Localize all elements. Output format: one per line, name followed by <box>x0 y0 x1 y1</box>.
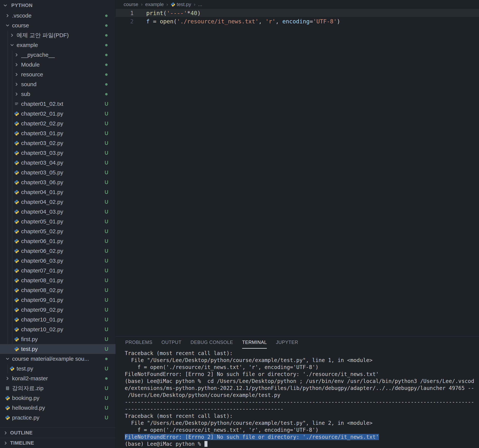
tree-item-label: __pycache__ <box>21 52 103 58</box>
tree-item-first.py[interactable]: first.pyU <box>0 334 115 344</box>
tree-item-chapter02_01.py[interactable]: chapter02_01.pyU <box>0 109 115 119</box>
tree-item-chapter03_05.py[interactable]: chapter03_05.pyU <box>0 168 115 177</box>
tree-item-korail2-master[interactable]: korail2-master <box>0 373 115 383</box>
tree-item-label: test.py <box>21 346 102 352</box>
tree-item-chapter03_06.py[interactable]: chapter03_06.pyU <box>0 177 115 187</box>
code-line-2[interactable]: 2f = open('./resource/it_news.txt', 'r',… <box>116 17 479 26</box>
panel-tab-jupyter[interactable]: JUPYTER <box>276 337 298 349</box>
tree-item-label: chapter04_03.py <box>21 209 102 215</box>
breadcrumb-item-course[interactable]: course <box>124 1 138 7</box>
python-icon <box>14 180 19 185</box>
python-icon <box>14 170 19 175</box>
tree-item-test.py[interactable]: test.pyU <box>0 364 115 373</box>
tree-item-chapter07_01.py[interactable]: chapter07_01.pyU <box>0 266 115 275</box>
panel-tab-debug-console[interactable]: DEBUG CONSOLE <box>191 337 233 349</box>
code-area[interactable]: 1print('----'*40)2f = open('./resource/i… <box>116 9 479 26</box>
terminal-line: (base) Lee@iMac python % <box>125 441 477 448</box>
terminal-line: FileNotFoundError: [Errno 2] No such fil… <box>125 371 477 378</box>
sidebar-section-outline[interactable]: OUTLINE <box>0 428 115 438</box>
tree-item-example[interactable]: example <box>0 40 115 50</box>
tree-item-chapter10_01.py[interactable]: chapter10_01.pyU <box>0 315 115 325</box>
tree-item-chapter02_02.py[interactable]: chapter02_02.pyU <box>0 119 115 129</box>
tree-item-chapter08_02.py[interactable]: chapter08_02.pyU <box>0 285 115 295</box>
tree-item-chapter10_02.py[interactable]: chapter10_02.pyU <box>0 325 115 334</box>
git-untracked-badge: U <box>104 366 109 372</box>
tree-item-course-material-example-sou...[interactable]: course material/example sou... <box>0 354 115 364</box>
chevron-down-icon <box>3 3 8 8</box>
panel-tab-problems[interactable]: PROBLEMS <box>125 337 153 349</box>
explorer-sidebar: PYTHON .vscodecourse예제 교안 파일(PDF)example… <box>0 0 115 448</box>
tree-item-test.py[interactable]: test.pyU <box>0 344 115 354</box>
tree-item-chapter09_02.py[interactable]: chapter09_02.pyU <box>0 305 115 315</box>
tree-item-pdf[interactable]: 예제 교안 파일(PDF) <box>0 30 115 40</box>
tree-item-chapter03_02.py[interactable]: chapter03_02.pyU <box>0 138 115 148</box>
breadcrumb-item-...[interactable]: ... <box>198 1 202 7</box>
tree-item-chapter04_02.py[interactable]: chapter04_02.pyU <box>0 197 115 207</box>
python-icon <box>5 415 10 420</box>
tree-item-label: example <box>17 42 103 48</box>
tree-item-chapter05_02.py[interactable]: chapter05_02.pyU <box>0 226 115 236</box>
breadcrumb: course›example›test.py›... <box>116 0 479 9</box>
tree-item-__pycache__[interactable]: __pycache__ <box>0 50 115 60</box>
python-icon <box>14 327 19 332</box>
tree-item-.vscode[interactable]: .vscode <box>0 11 115 20</box>
breadcrumb-separator: › <box>194 1 195 7</box>
explorer-section-header[interactable]: PYTHON <box>0 0 115 11</box>
tree-item-chapter06_03.py[interactable]: chapter06_03.pyU <box>0 256 115 266</box>
code-line-1[interactable]: 1print('----'*40) <box>116 9 479 17</box>
python-icon <box>14 337 19 342</box>
modified-dot-badge <box>105 44 108 46</box>
tree-item-hellowolrd.py[interactable]: hellowolrd.pyU <box>0 403 115 413</box>
tree-item-practice.py[interactable]: practice.pyU <box>0 413 115 422</box>
python-icon <box>5 395 10 401</box>
tree-item-label: first.py <box>21 336 102 342</box>
chevron-right-icon <box>3 430 8 435</box>
git-untracked-badge: U <box>104 219 109 224</box>
modified-dot-badge <box>105 24 108 27</box>
tree-item-chapter09_01.py[interactable]: chapter09_01.pyU <box>0 295 115 305</box>
chevron-right-icon <box>14 82 19 87</box>
tree-item-module[interactable]: Module <box>0 60 115 70</box>
tree-item-label: chapter03_01.py <box>21 130 102 136</box>
tree-item-chapter03_01.py[interactable]: chapter03_01.pyU <box>0 129 115 138</box>
chevron-down-icon <box>9 42 15 48</box>
python-icon <box>14 131 19 136</box>
tree-item-label: practice.py <box>12 414 102 421</box>
tree-item-label: chapter03_03.py <box>21 150 102 156</box>
tree-item-chapter06_01.py[interactable]: chapter06_01.pyU <box>0 236 115 246</box>
tree-item-chapter03_04.py[interactable]: chapter03_04.pyU <box>0 158 115 168</box>
tree-item-sub[interactable]: sub <box>0 89 115 99</box>
tree-item-chapter08_01.py[interactable]: chapter08_01.pyU <box>0 275 115 285</box>
panel-tab-terminal[interactable]: TERMINAL <box>242 337 267 349</box>
tree-item-chapter06_02.py[interactable]: chapter06_02.pyU <box>0 246 115 256</box>
python-icon <box>5 405 10 410</box>
chevron-right-icon <box>14 72 19 77</box>
python-icon <box>14 190 19 195</box>
sidebar-section-timeline[interactable]: TIMELINE <box>0 438 115 448</box>
breadcrumb-item-example[interactable]: example <box>145 1 164 7</box>
terminal-output[interactable]: Traceback (most recent call last): File … <box>116 349 479 448</box>
tree-item-label: chapter09_01.py <box>21 297 102 303</box>
zip-file-icon <box>5 386 10 391</box>
panel-tab-output[interactable]: OUTPUT <box>161 337 181 349</box>
tree-item-chapter05_01.py[interactable]: chapter05_01.pyU <box>0 217 115 226</box>
tree-item-chapter01_02.txt[interactable]: chapter01_02.txtU <box>0 99 115 109</box>
editor-area[interactable]: course›example›test.py›... 1print('----'… <box>116 0 479 336</box>
tree-item-resource[interactable]: resource <box>0 70 115 79</box>
tree-item-booking.py[interactable]: booking.pyU <box>0 393 115 403</box>
python-icon <box>14 150 19 156</box>
tree-item-label: course <box>12 22 103 29</box>
tree-item-.zip[interactable]: 강의자료.zipU <box>0 383 115 393</box>
tree-item-label: Module <box>21 61 103 68</box>
line-number: 1 <box>116 10 133 16</box>
python-icon <box>14 111 19 116</box>
git-untracked-badge: U <box>104 307 109 313</box>
tree-item-sound[interactable]: sound <box>0 79 115 89</box>
tree-item-label: chapter06_01.py <box>21 238 102 244</box>
tree-item-chapter04_03.py[interactable]: chapter04_03.pyU <box>0 207 115 217</box>
tree-item-chapter04_01.py[interactable]: chapter04_01.pyU <box>0 187 115 197</box>
breadcrumb-item-test.py[interactable]: test.py <box>171 1 191 7</box>
tree-item-course[interactable]: course <box>0 20 115 30</box>
tree-item-chapter03_03.py[interactable]: chapter03_03.pyU <box>0 148 115 158</box>
explorer-section-title: PYTHON <box>11 2 33 8</box>
